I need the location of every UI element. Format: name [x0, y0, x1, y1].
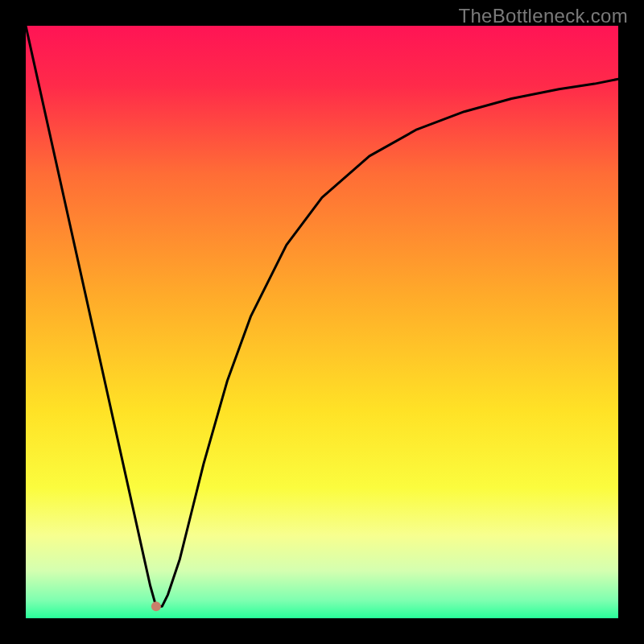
- gradient-rect: [26, 26, 618, 618]
- chart-stage: TheBottleneck.com: [0, 0, 644, 644]
- chart-background: [26, 26, 618, 618]
- watermark-text: TheBottleneck.com: [458, 5, 628, 27]
